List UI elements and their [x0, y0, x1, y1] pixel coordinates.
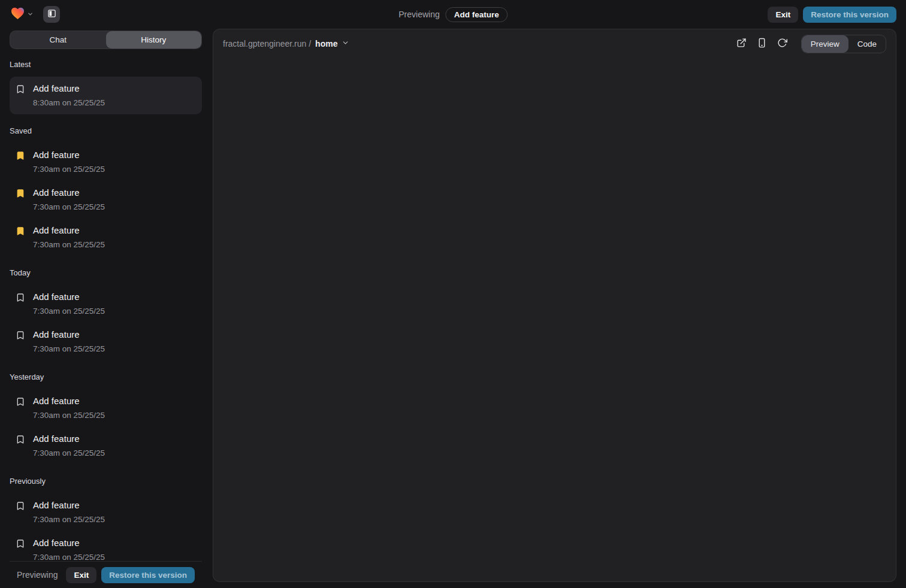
history-item-title: Add feature [33, 394, 105, 408]
history-item-title: Add feature [33, 432, 105, 446]
history-item[interactable]: Add feature7:30am on 25/25/25 [10, 285, 202, 323]
footer-exit-button[interactable]: Exit [66, 567, 96, 583]
footer-restore-version-button[interactable]: Restore this version [101, 567, 195, 583]
refresh-button[interactable] [774, 35, 792, 53]
history-item-text: Add feature7:30am on 25/25/25 [33, 223, 105, 251]
history-section: SavedAdd feature7:30am on 25/25/25Add fe… [10, 125, 202, 256]
preview-mode-button[interactable]: Preview [802, 35, 848, 53]
history-item-timestamp: 7:30am on 25/25/25 [33, 550, 105, 561]
bookmark-icon [16, 84, 25, 110]
history-item-title: Add feature [33, 328, 105, 342]
history-item-title: Add feature [33, 290, 105, 304]
sidebar-tab-control: Chat History [10, 31, 202, 49]
previewing-status-label: Previewing [398, 10, 439, 19]
app-window: Previewing Add feature Exit Restore this… [0, 0, 906, 588]
bookmark-icon [16, 397, 25, 422]
restore-version-button[interactable]: Restore this version [803, 7, 896, 23]
chevron-down-icon [27, 10, 34, 19]
exit-button[interactable]: Exit [768, 7, 798, 23]
history-item[interactable]: Add feature7:30am on 25/25/25 [10, 219, 202, 256]
history-item[interactable]: Add feature7:30am on 25/25/25 [10, 427, 202, 465]
history-item[interactable]: Add feature8:30am on 25/25/25 [10, 77, 202, 114]
panel-left-icon [47, 9, 56, 20]
history-item-timestamp: 7:30am on 25/25/25 [33, 408, 105, 422]
history-item-title: Add feature [33, 186, 105, 200]
history-section: PreviouslyAdd feature7:30am on 25/25/25A… [10, 475, 202, 561]
history-section: YesterdayAdd feature7:30am on 25/25/25Ad… [10, 371, 202, 465]
code-mode-button[interactable]: Code [848, 35, 886, 53]
sidebar-toggle-button[interactable] [43, 6, 60, 23]
history-item-text: Add feature7:30am on 25/25/25 [33, 498, 105, 526]
route-selector[interactable]: fractal.gptengineer.run / home [223, 39, 349, 49]
history-item-timestamp: 7:30am on 25/25/25 [33, 162, 105, 176]
section-header: Yesterday [10, 371, 202, 383]
bookmark-icon [16, 501, 25, 526]
content-area: Chat History LatestAdd feature8:30am on … [0, 29, 906, 588]
preview-header: fractal.gptengineer.run / home [213, 29, 896, 58]
history-item-text: Add feature7:30am on 25/25/25 [33, 148, 105, 176]
history-section: TodayAdd feature7:30am on 25/25/25Add fe… [10, 267, 202, 360]
history-item-text: Add feature8:30am on 25/25/25 [33, 81, 105, 110]
section-header: Today [10, 267, 202, 279]
tab-chat[interactable]: Chat [10, 31, 106, 49]
section-header: Saved [10, 125, 202, 137]
history-item-timestamp: 7:30am on 25/25/25 [33, 342, 105, 356]
preview-panel: fractal.gptengineer.run / home [213, 29, 896, 582]
view-mode-toggle: Preview Code [801, 35, 886, 53]
lovable-heart-logo-icon [11, 7, 25, 22]
section-header: Previously [10, 475, 202, 487]
tab-history[interactable]: History [106, 31, 202, 49]
history-item-timestamp: 8:30am on 25/25/25 [33, 96, 105, 110]
history-item-title: Add feature [33, 81, 105, 96]
mobile-view-icon [757, 38, 767, 50]
bookmark-icon [16, 435, 25, 460]
topbar-left [10, 6, 60, 23]
history-section: LatestAdd feature8:30am on 25/25/25 [10, 59, 202, 114]
route-domain-label: fractal.gptengineer.run / [223, 39, 311, 49]
mobile-view-button[interactable] [753, 35, 771, 53]
history-item-text: Add feature7:30am on 25/25/25 [33, 186, 105, 214]
footer-previewing-label: Previewing [17, 570, 58, 580]
route-current-page: home [315, 39, 337, 49]
open-in-new-tab-button[interactable] [733, 35, 751, 53]
bookmark-icon [16, 293, 25, 318]
refresh-icon [777, 38, 787, 50]
history-item-timestamp: 7:30am on 25/25/25 [33, 446, 105, 460]
history-item-text: Add feature7:30am on 25/25/25 [33, 536, 105, 561]
history-item[interactable]: Add feature7:30am on 25/25/25 [10, 181, 202, 219]
bookmark-icon [16, 539, 25, 561]
history-item[interactable]: Add feature7:30am on 25/25/25 [10, 493, 202, 531]
bookmark-icon [16, 331, 25, 356]
lovable-logo-menu[interactable] [10, 6, 35, 23]
history-item-title: Add feature [33, 498, 105, 513]
history-item-timestamp: 7:30am on 25/25/25 [33, 238, 105, 251]
preview-viewport[interactable] [213, 58, 896, 581]
topbar-right: Exit Restore this version [768, 7, 896, 23]
history-item[interactable]: Add feature7:30am on 25/25/25 [10, 389, 202, 427]
bookmark-filled-icon [16, 151, 25, 176]
history-item[interactable]: Add feature7:30am on 25/25/25 [10, 531, 202, 561]
open-in-new-tab-icon [736, 38, 747, 50]
version-history-list: LatestAdd feature8:30am on 25/25/25Saved… [10, 49, 202, 561]
history-item-title: Add feature [33, 223, 105, 238]
top-bar: Previewing Add feature Exit Restore this… [0, 0, 906, 29]
history-item-title: Add feature [33, 536, 105, 550]
history-item-text: Add feature7:30am on 25/25/25 [33, 432, 105, 460]
history-sidebar: Chat History LatestAdd feature8:30am on … [10, 29, 202, 588]
section-header: Latest [10, 59, 202, 71]
preview-toolbar: Preview Code [733, 35, 886, 53]
history-item-text: Add feature7:30am on 25/25/25 [33, 328, 105, 356]
history-item-title: Add feature [33, 148, 105, 162]
history-item-text: Add feature7:30am on 25/25/25 [33, 394, 105, 422]
topbar-center: Previewing Add feature [398, 0, 508, 29]
history-item[interactable]: Add feature7:30am on 25/25/25 [10, 143, 202, 181]
history-item[interactable]: Add feature7:30am on 25/25/25 [10, 323, 202, 360]
sidebar-footer: Previewing Exit Restore this version [10, 561, 202, 588]
history-item-text: Add feature7:30am on 25/25/25 [33, 290, 105, 318]
history-item-timestamp: 7:30am on 25/25/25 [33, 200, 105, 214]
bookmark-filled-icon [16, 226, 25, 251]
history-item-timestamp: 7:30am on 25/25/25 [33, 513, 105, 526]
history-item-timestamp: 7:30am on 25/25/25 [33, 304, 105, 318]
bookmark-filled-icon [16, 189, 25, 214]
version-badge[interactable]: Add feature [446, 7, 508, 22]
